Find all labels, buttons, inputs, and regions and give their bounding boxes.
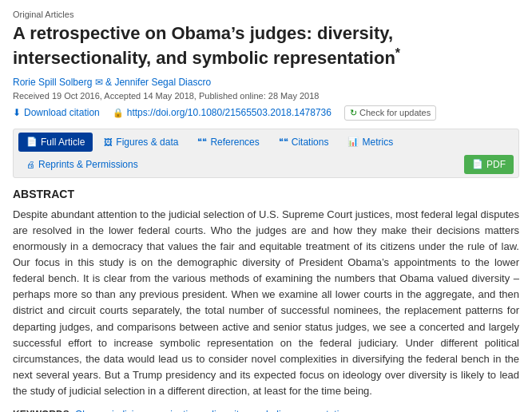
refresh-icon: ↻ bbox=[350, 108, 357, 118]
references-icon: ❝❝ bbox=[197, 137, 207, 147]
abstract-text: Despite abundant attention to the judici… bbox=[13, 207, 519, 400]
citations-icon: ❝❝ bbox=[279, 137, 288, 147]
doi-label: https://doi.org/10.1080/21565503.2018.14… bbox=[127, 107, 332, 118]
page-container: Original Articles A retrospective on Oba… bbox=[0, 0, 532, 412]
tab-citations[interactable]: ❝❝ Citations bbox=[271, 133, 337, 152]
tab-references[interactable]: ❝❝ References bbox=[189, 133, 267, 152]
keywords-label: KEYWORDS: bbox=[13, 409, 73, 412]
pdf-icon: 📄 bbox=[472, 159, 483, 169]
tab-reprints-label: Reprints & Permissions bbox=[38, 159, 138, 170]
tab-pdf[interactable]: 📄 PDF bbox=[464, 155, 514, 174]
tab-full-article-label: Full Article bbox=[41, 137, 85, 148]
authors: Rorie Spill Solberg ✉ & Jennifer Segal D… bbox=[13, 77, 519, 88]
tab-figures-data-label: Figures & data bbox=[116, 137, 178, 148]
tab-pdf-label: PDF bbox=[486, 159, 506, 170]
keywords-values: Obama, judiciary, nominations, diversity… bbox=[75, 409, 350, 412]
keywords: KEYWORDS: Obama, judiciary, nominations,… bbox=[13, 407, 519, 412]
figures-icon: 🖼 bbox=[104, 137, 113, 147]
full-article-icon: 📄 bbox=[26, 137, 38, 147]
reprints-icon: 🖨 bbox=[26, 160, 35, 169]
check-updates-label: Check for updates bbox=[359, 108, 431, 117]
doi-link[interactable]: 🔒 https://doi.org/10.1080/21565503.2018.… bbox=[113, 107, 332, 118]
publication-dates: Received 19 Oct 2016, Accepted 14 May 20… bbox=[13, 91, 519, 101]
tab-full-article[interactable]: 📄 Full Article bbox=[18, 133, 93, 152]
actions-row: ⬇ Download citation 🔒 https://doi.org/10… bbox=[13, 105, 519, 121]
nav-tabs: 📄 Full Article 🖼 Figures & data ❝❝ Refer… bbox=[13, 129, 519, 178]
abstract-heading: ABSTRACT bbox=[13, 188, 519, 200]
article-title: A retrospective on Obama’s judges: diver… bbox=[13, 22, 519, 70]
check-updates-badge[interactable]: ↻ Check for updates bbox=[344, 105, 436, 121]
lock-icon: 🔒 bbox=[113, 108, 124, 118]
tab-metrics-label: Metrics bbox=[362, 137, 393, 148]
tab-reprints[interactable]: 🖨 Reprints & Permissions bbox=[18, 155, 146, 174]
download-citation-label: Download citation bbox=[24, 107, 100, 118]
metrics-icon: 📊 bbox=[347, 137, 359, 147]
download-citation-link[interactable]: ⬇ Download citation bbox=[13, 107, 100, 118]
tab-citations-label: Citations bbox=[292, 137, 329, 148]
tab-metrics[interactable]: 📊 Metrics bbox=[339, 133, 401, 152]
download-icon: ⬇ bbox=[13, 107, 21, 118]
tab-references-label: References bbox=[210, 137, 259, 148]
tab-figures-data[interactable]: 🖼 Figures & data bbox=[96, 133, 186, 152]
section-label: Original Articles bbox=[13, 10, 519, 19]
